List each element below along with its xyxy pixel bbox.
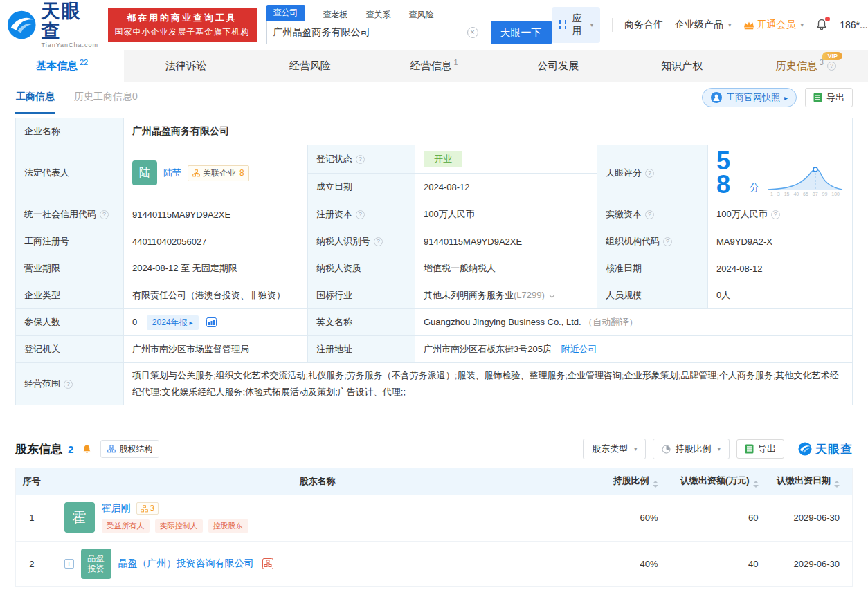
tab-legal-proceedings[interactable]: 法律诉讼	[124, 50, 248, 82]
export-label: 导出	[826, 91, 844, 104]
tab-operating-risk[interactable]: 经营风险	[248, 50, 372, 82]
annual-report-chip[interactable]: 2024年报▸	[147, 315, 199, 330]
help-question-icon[interactable]: ?	[356, 155, 365, 164]
value-paid-capital: 100万人民币?	[708, 201, 853, 228]
tab-intellectual-property[interactable]: 知识产权	[620, 50, 744, 82]
value-scope: 项目策划与公关服务;组织文化艺术交流活动;礼仪服务;劳务服务（不含劳务派遣）;服…	[124, 363, 853, 405]
row-business-term: 营业期限 2024-08-12 至 无固定期限 纳税人资质 增值税一般纳税人 核…	[16, 255, 853, 282]
tianyancha-logo-icon	[7, 10, 37, 40]
value-reg-no: 440110402056027	[124, 228, 308, 255]
shareholders-table-header: 序号 股东名称 持股比例 认缴出资额(万元) 认缴出资日期	[16, 468, 853, 495]
help-question-icon[interactable]: ?	[356, 210, 365, 219]
label-company-name: 企业名称	[16, 118, 124, 145]
account-menu[interactable]: 186*... ▾	[840, 19, 868, 30]
help-question-icon[interactable]: ?	[100, 210, 109, 219]
col-date[interactable]: 认缴出资日期	[771, 468, 853, 495]
pie-icon	[662, 445, 671, 454]
graph-count-badge[interactable]: 3	[136, 502, 159, 515]
expand-row-button[interactable]: +	[64, 559, 74, 569]
value-company-name: 广州晶盈商务有限公司	[124, 118, 853, 145]
enterprise-products-menu[interactable]: 企业级产品 ▾	[675, 19, 732, 31]
official-snapshot-button[interactable]: 工商官网快照 ▸	[702, 88, 797, 107]
tab-history-info[interactable]: VIP 历史信息3 ?	[744, 50, 868, 82]
search-tab-company[interactable]: 查公司	[266, 5, 305, 21]
legal-rep-link[interactable]: 陆莹	[163, 167, 181, 179]
clear-search-icon[interactable]: ×	[467, 27, 478, 38]
shareholders-export-button[interactable]: 导出	[736, 439, 784, 459]
col-ratio[interactable]: 持股比例	[588, 468, 671, 495]
col-amount[interactable]: 认缴出资额(万元)	[671, 468, 771, 495]
search-tab-boss[interactable]: 查老板	[323, 9, 348, 21]
related-companies-count: 8	[239, 168, 244, 178]
export-button[interactable]: 导出	[805, 88, 853, 107]
label-approve-date: 核准日期	[597, 255, 708, 282]
insured-trend-icon[interactable]	[206, 317, 217, 327]
shareholder-link[interactable]: 晶盈（广州）投资咨询有限公司	[118, 557, 254, 570]
notifications-bell-icon[interactable]	[815, 19, 828, 31]
arrow-right-icon: ▸	[784, 94, 788, 102]
help-question-icon[interactable]: ?	[64, 380, 73, 389]
row-company-type: 企业类型 有限责任公司（港澳台投资、非独资） 国标行业 其他未列明商务服务业(L…	[16, 282, 853, 309]
help-question-icon[interactable]: ?	[771, 210, 780, 219]
label-english-name: 英文名称	[308, 309, 415, 336]
subtab-business-info[interactable]: 工商信息	[15, 82, 55, 114]
tag-controlling-shareholder: 控股股东	[208, 519, 248, 533]
vip-upgrade-menu[interactable]: 开通会员 ▾	[743, 19, 804, 31]
label-company-type: 企业类型	[16, 282, 124, 309]
search-row: × 天眼一下	[266, 21, 552, 44]
search-input[interactable]	[273, 27, 467, 38]
tab-ip-label: 知识产权	[661, 59, 703, 73]
shareholder-name-cell: + 晶盈 投资 晶盈（广州）投资咨询有限公司	[48, 542, 588, 587]
help-question-icon[interactable]: ?	[645, 210, 654, 219]
value-authority: 广州市南沙区市场监督管理局	[124, 336, 308, 363]
shareholders-table: 序号 股东名称 持股比例 认缴出资额(万元) 认缴出资日期 1 霍	[15, 468, 853, 587]
search-tab-relation[interactable]: 查关系	[366, 9, 391, 21]
shareholder-date: 2029-06-30	[771, 495, 853, 542]
help-question-icon[interactable]: ?	[374, 237, 383, 246]
tianyancha-watermark-icon	[798, 442, 812, 456]
row-authority: 登记机关 广州市南沙区市场监督管理局 注册地址 广州市南沙区石板东街3号205房…	[16, 336, 853, 363]
shareholders-alert-bell-icon[interactable]	[82, 444, 92, 454]
equity-penetration-icon[interactable]	[262, 558, 273, 569]
vip-badge: VIP	[822, 52, 842, 60]
tab-company-development-label: 公司发展	[537, 59, 579, 73]
holding-ratio-filter[interactable]: 持股比例 ▾	[653, 439, 730, 459]
logo-subtext: TianYanCha.com	[42, 42, 100, 48]
label-credit-code: 统一社会信用代码?	[16, 201, 124, 228]
label-scope: 经营范围?	[16, 363, 124, 405]
promo-banner-line1: 都在用的商业查询工具	[115, 12, 250, 24]
help-question-icon[interactable]: ?	[827, 62, 836, 71]
label-legal-rep: 法定代表人	[16, 145, 124, 201]
legal-rep-avatar[interactable]: 陆	[132, 160, 157, 185]
apps-menu[interactable]: 应用 ▾	[552, 7, 601, 43]
search-button[interactable]: 天眼一下	[491, 21, 552, 44]
export-sheet-icon	[745, 444, 754, 454]
search-tab-risk[interactable]: 查风险	[409, 9, 434, 21]
nearby-companies-link[interactable]: 附近公司	[561, 344, 597, 354]
tab-operating-info[interactable]: 经营信息1	[372, 50, 496, 82]
tab-basic-info[interactable]: 基本信息22	[0, 50, 124, 82]
value-est-date: 2024-08-12	[415, 173, 597, 201]
shareholder-amount: 40	[671, 542, 771, 587]
biz-cooperation-link[interactable]: 商务合作	[624, 19, 663, 31]
help-question-icon[interactable]: ?	[663, 237, 672, 246]
shareholder-avatar[interactable]: 霍	[64, 502, 95, 533]
chevron-down-icon[interactable]	[549, 292, 554, 297]
apps-grid-icon	[559, 20, 561, 24]
tianyancha-logo[interactable]: 天眼查 TianYanCha.com	[7, 1, 100, 48]
business-info-table: 企业名称 广州晶盈商务有限公司 法定代表人 陆 陆莹 关联企业	[15, 118, 853, 405]
main-nav: 基本信息22 法律诉讼 经营风险 经营信息1 公司发展 知识产权 VIP 历史信…	[0, 50, 868, 82]
shareholder-link[interactable]: 霍启刚	[102, 502, 131, 515]
equity-structure-button[interactable]: 股权结构	[100, 440, 159, 458]
industry-code: (L7299)	[514, 290, 545, 300]
shareholder-type-filter[interactable]: 股东类型 ▾	[583, 439, 647, 459]
subtab-history-business-info[interactable]: 历史工商信息0	[73, 82, 138, 114]
holding-ratio-label: 持股比例	[675, 443, 711, 455]
shareholder-avatar[interactable]: 晶盈 投资	[81, 549, 111, 579]
vip-upgrade-label: 开通会员	[757, 19, 796, 31]
tab-company-development[interactable]: 公司发展	[496, 50, 620, 82]
score-chart[interactable]: 1 3 15 40 65 87 99 100	[766, 163, 844, 196]
related-companies-chip[interactable]: 关联企业 8	[188, 165, 249, 181]
shareholders-section: 股东信息 2 股权结构 股东类型 ▾	[15, 439, 853, 587]
help-question-icon[interactable]: ?	[645, 169, 654, 178]
